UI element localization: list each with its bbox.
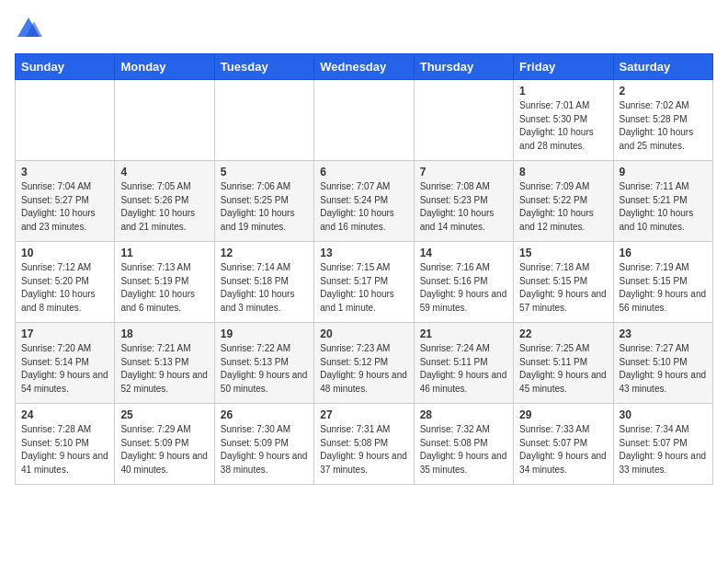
calendar-day-cell: 26Sunrise: 7:30 AMSunset: 5:09 PMDayligh… — [214, 404, 313, 485]
day-number: 14 — [420, 247, 507, 259]
calendar-day-cell: 3Sunrise: 7:04 AMSunset: 5:27 PMDaylight… — [16, 161, 115, 242]
calendar-day-cell: 10Sunrise: 7:12 AMSunset: 5:20 PMDayligh… — [16, 242, 115, 323]
day-info: Sunrise: 7:09 AMSunset: 5:22 PMDaylight:… — [519, 180, 607, 234]
weekday-header: Monday — [115, 54, 214, 80]
weekday-header: Saturday — [613, 54, 712, 80]
day-info: Sunrise: 7:05 AMSunset: 5:26 PMDaylight:… — [120, 180, 208, 234]
day-info: Sunrise: 7:06 AMSunset: 5:25 PMDaylight:… — [221, 180, 308, 234]
day-number: 13 — [320, 247, 407, 259]
day-info: Sunrise: 7:02 AMSunset: 5:28 PMDaylight:… — [620, 99, 707, 153]
weekday-header: Wednesday — [314, 54, 414, 80]
day-number: 30 — [620, 408, 707, 421]
day-number: 5 — [221, 166, 308, 178]
day-info: Sunrise: 7:31 AMSunset: 5:08 PMDaylight:… — [320, 423, 407, 477]
calendar-day-cell: 2Sunrise: 7:02 AMSunset: 5:28 PMDaylight… — [613, 80, 712, 161]
day-number: 18 — [120, 327, 208, 340]
weekday-header: Sunday — [16, 54, 115, 80]
day-number: 19 — [221, 327, 308, 340]
calendar-day-cell: 15Sunrise: 7:18 AMSunset: 5:15 PMDayligh… — [514, 242, 613, 323]
calendar-day-cell: 12Sunrise: 7:14 AMSunset: 5:18 PMDayligh… — [214, 242, 313, 323]
calendar-day-cell: 11Sunrise: 7:13 AMSunset: 5:19 PMDayligh… — [115, 242, 214, 323]
day-info: Sunrise: 7:14 AMSunset: 5:18 PMDaylight:… — [221, 261, 308, 315]
day-info: Sunrise: 7:08 AMSunset: 5:23 PMDaylight:… — [420, 180, 507, 234]
day-info: Sunrise: 7:20 AMSunset: 5:14 PMDaylight:… — [21, 342, 108, 396]
day-info: Sunrise: 7:33 AMSunset: 5:07 PMDaylight:… — [519, 423, 607, 477]
calendar-day-cell — [214, 80, 313, 161]
calendar-day-cell: 9Sunrise: 7:11 AMSunset: 5:21 PMDaylight… — [613, 161, 712, 242]
day-info: Sunrise: 7:27 AMSunset: 5:10 PMDaylight:… — [620, 342, 707, 396]
calendar-day-cell: 28Sunrise: 7:32 AMSunset: 5:08 PMDayligh… — [414, 404, 513, 485]
day-info: Sunrise: 7:12 AMSunset: 5:20 PMDaylight:… — [21, 261, 108, 315]
calendar-day-cell: 20Sunrise: 7:23 AMSunset: 5:12 PMDayligh… — [314, 323, 414, 404]
day-number: 23 — [620, 327, 707, 340]
calendar-day-cell: 16Sunrise: 7:19 AMSunset: 5:15 PMDayligh… — [613, 242, 712, 323]
weekday-header: Thursday — [414, 54, 513, 80]
day-info: Sunrise: 7:13 AMSunset: 5:19 PMDaylight:… — [120, 261, 208, 315]
calendar-table: SundayMondayTuesdayWednesdayThursdayFrid… — [15, 53, 713, 485]
calendar-header-row: SundayMondayTuesdayWednesdayThursdayFrid… — [16, 54, 713, 80]
calendar-day-cell: 17Sunrise: 7:20 AMSunset: 5:14 PMDayligh… — [16, 323, 115, 404]
calendar-day-cell — [414, 80, 513, 161]
day-info: Sunrise: 7:21 AMSunset: 5:13 PMDaylight:… — [120, 342, 208, 396]
logo-icon — [15, 15, 42, 42]
day-number: 9 — [620, 166, 707, 178]
day-number: 22 — [519, 327, 607, 340]
weekday-header: Friday — [514, 54, 613, 80]
calendar-day-cell: 29Sunrise: 7:33 AMSunset: 5:07 PMDayligh… — [514, 404, 613, 485]
day-number: 17 — [21, 327, 108, 340]
day-number: 27 — [320, 408, 407, 421]
calendar-day-cell: 21Sunrise: 7:24 AMSunset: 5:11 PMDayligh… — [414, 323, 513, 404]
day-number: 11 — [120, 247, 208, 259]
calendar-day-cell: 27Sunrise: 7:31 AMSunset: 5:08 PMDayligh… — [314, 404, 414, 485]
day-info: Sunrise: 7:34 AMSunset: 5:07 PMDaylight:… — [620, 423, 707, 477]
day-number: 7 — [420, 166, 507, 178]
day-info: Sunrise: 7:01 AMSunset: 5:30 PMDaylight:… — [519, 99, 607, 153]
day-number: 29 — [519, 408, 607, 421]
day-info: Sunrise: 7:11 AMSunset: 5:21 PMDaylight:… — [620, 180, 707, 234]
calendar-day-cell: 8Sunrise: 7:09 AMSunset: 5:22 PMDaylight… — [514, 161, 613, 242]
day-number: 26 — [221, 408, 308, 421]
calendar-day-cell: 18Sunrise: 7:21 AMSunset: 5:13 PMDayligh… — [115, 323, 214, 404]
day-number: 2 — [620, 85, 707, 98]
day-info: Sunrise: 7:23 AMSunset: 5:12 PMDaylight:… — [320, 342, 407, 396]
day-number: 4 — [120, 166, 208, 178]
calendar-day-cell: 14Sunrise: 7:16 AMSunset: 5:16 PMDayligh… — [414, 242, 513, 323]
day-number: 24 — [21, 408, 108, 421]
day-number: 12 — [221, 247, 308, 259]
calendar-day-cell: 30Sunrise: 7:34 AMSunset: 5:07 PMDayligh… — [613, 404, 712, 485]
day-number: 28 — [420, 408, 507, 421]
calendar-week-row: 17Sunrise: 7:20 AMSunset: 5:14 PMDayligh… — [16, 323, 713, 404]
day-number: 15 — [519, 247, 607, 259]
day-number: 1 — [519, 85, 607, 98]
calendar-day-cell: 4Sunrise: 7:05 AMSunset: 5:26 PMDaylight… — [115, 161, 214, 242]
calendar-day-cell: 1Sunrise: 7:01 AMSunset: 5:30 PMDaylight… — [514, 80, 613, 161]
calendar-day-cell: 23Sunrise: 7:27 AMSunset: 5:10 PMDayligh… — [613, 323, 712, 404]
day-info: Sunrise: 7:32 AMSunset: 5:08 PMDaylight:… — [420, 423, 507, 477]
weekday-header: Tuesday — [214, 54, 313, 80]
day-info: Sunrise: 7:16 AMSunset: 5:16 PMDaylight:… — [420, 261, 507, 315]
calendar-day-cell: 19Sunrise: 7:22 AMSunset: 5:13 PMDayligh… — [214, 323, 313, 404]
calendar-day-cell: 13Sunrise: 7:15 AMSunset: 5:17 PMDayligh… — [314, 242, 414, 323]
calendar-day-cell: 25Sunrise: 7:29 AMSunset: 5:09 PMDayligh… — [115, 404, 214, 485]
calendar-week-row: 24Sunrise: 7:28 AMSunset: 5:10 PMDayligh… — [16, 404, 713, 485]
day-info: Sunrise: 7:15 AMSunset: 5:17 PMDaylight:… — [320, 261, 407, 315]
day-number: 6 — [320, 166, 407, 178]
day-number: 10 — [21, 247, 108, 259]
calendar-week-row: 3Sunrise: 7:04 AMSunset: 5:27 PMDaylight… — [16, 161, 713, 242]
day-info: Sunrise: 7:24 AMSunset: 5:11 PMDaylight:… — [420, 342, 507, 396]
calendar-day-cell — [16, 80, 115, 161]
day-info: Sunrise: 7:22 AMSunset: 5:13 PMDaylight:… — [221, 342, 308, 396]
calendar-day-cell: 24Sunrise: 7:28 AMSunset: 5:10 PMDayligh… — [16, 404, 115, 485]
day-info: Sunrise: 7:28 AMSunset: 5:10 PMDaylight:… — [21, 423, 108, 477]
calendar-week-row: 1Sunrise: 7:01 AMSunset: 5:30 PMDaylight… — [16, 80, 713, 161]
day-number: 8 — [519, 166, 607, 178]
day-number: 16 — [620, 247, 707, 259]
day-number: 3 — [21, 166, 108, 178]
calendar-week-row: 10Sunrise: 7:12 AMSunset: 5:20 PMDayligh… — [16, 242, 713, 323]
day-info: Sunrise: 7:19 AMSunset: 5:15 PMDaylight:… — [620, 261, 707, 315]
day-info: Sunrise: 7:25 AMSunset: 5:11 PMDaylight:… — [519, 342, 607, 396]
calendar-day-cell: 22Sunrise: 7:25 AMSunset: 5:11 PMDayligh… — [514, 323, 613, 404]
calendar-day-cell — [115, 80, 214, 161]
day-info: Sunrise: 7:04 AMSunset: 5:27 PMDaylight:… — [21, 180, 108, 234]
calendar-day-cell: 6Sunrise: 7:07 AMSunset: 5:24 PMDaylight… — [314, 161, 414, 242]
